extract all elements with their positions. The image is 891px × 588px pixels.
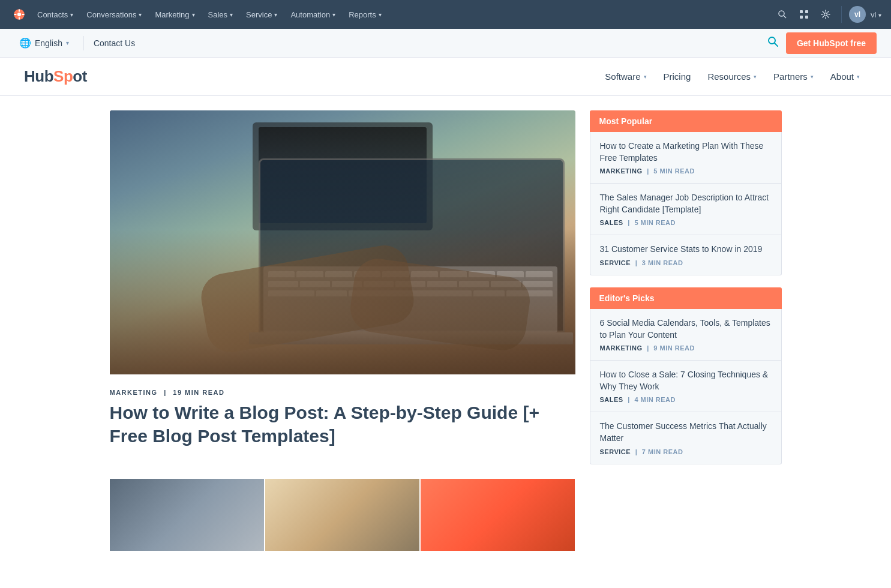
reports-chevron: ▾ — [379, 11, 382, 18]
svg-rect-11 — [805, 16, 808, 19]
svg-rect-8 — [800, 10, 803, 13]
nav-marketing[interactable]: Marketing ▾ — [149, 7, 200, 23]
top-nav-icons: vl vl ▾ — [774, 6, 881, 23]
utility-bar: 🌐 English ▾ Contact Us Get HubSpot free — [0, 29, 891, 58]
resources-caret: ▾ — [754, 74, 757, 80]
contacts-chevron: ▾ — [70, 11, 73, 18]
popular-item-1-title: How to Create a Marketing Plan With Thes… — [600, 140, 772, 164]
marketplace-button[interactable] — [796, 6, 812, 23]
editors-item-3-title: The Customer Success Metrics That Actual… — [600, 421, 772, 444]
utility-right: Get HubSpot free — [767, 32, 877, 54]
main-content: MARKETING | 19 MIN READ How to Write a B… — [110, 110, 575, 551]
most-popular-section: Most Popular How to Create a Marketing P… — [590, 110, 782, 275]
language-selector[interactable]: 🌐 English ▾ — [14, 34, 74, 52]
automation-chevron: ▾ — [332, 11, 335, 18]
user-chevron: ▾ — [878, 12, 881, 19]
svg-rect-9 — [805, 10, 808, 13]
editors-item-1-title: 6 Social Media Calendars, Tools, & Templ… — [600, 317, 772, 341]
most-popular-item-3[interactable]: 31 Customer Service Stats to Know in 201… — [590, 235, 782, 275]
nav-conversations[interactable]: Conversations ▾ — [80, 7, 148, 23]
svg-rect-10 — [800, 16, 803, 19]
popular-item-1-meta: MARKETING | 5 MIN READ — [600, 167, 772, 175]
svg-point-12 — [824, 13, 827, 16]
svg-point-6 — [779, 11, 784, 16]
hubspot-logo[interactable]: HubSpot — [24, 67, 87, 86]
hero-image — [110, 110, 575, 374]
popular-item-2-meta: SALES | 5 MIN READ — [600, 219, 772, 226]
hubspot-sprocket-icon[interactable] — [10, 5, 29, 24]
hero-category: MARKETING | 19 MIN READ — [110, 389, 575, 396]
svg-line-7 — [784, 16, 786, 18]
hero-title[interactable]: How to Write a Blog Post: A Step-by-Step… — [110, 401, 575, 448]
marketing-chevron: ▾ — [192, 11, 195, 18]
user-name[interactable]: vl ▾ — [871, 10, 881, 19]
nav-pricing[interactable]: Pricing — [656, 67, 698, 86]
main-nav-items: Software ▾ Pricing Resources ▾ Partners … — [598, 67, 867, 86]
sales-chevron: ▾ — [230, 11, 233, 18]
editors-item-2-title: How to Close a Sale: 7 Closing Technique… — [600, 369, 772, 392]
nav-sales[interactable]: Sales ▾ — [202, 7, 239, 23]
editors-pick-item-1[interactable]: 6 Social Media Calendars, Tools, & Templ… — [590, 309, 782, 361]
nav-reports[interactable]: Reports ▾ — [343, 7, 388, 23]
utility-search-icon[interactable] — [767, 35, 779, 50]
editors-picks-section: Editor's Picks 6 Social Media Calendars,… — [590, 287, 782, 464]
globe-icon: 🌐 — [19, 37, 31, 49]
search-button[interactable] — [774, 6, 791, 23]
bottom-thumb-3[interactable] — [421, 479, 575, 551]
svg-rect-5 — [22, 14, 24, 15]
popular-item-2-title: The Sales Manager Job Description to Att… — [600, 192, 772, 215]
hero-text: MARKETING | 19 MIN READ How to Write a B… — [110, 374, 575, 464]
nav-divider — [841, 6, 842, 23]
settings-button[interactable] — [817, 6, 834, 23]
nav-software[interactable]: Software ▾ — [598, 67, 653, 86]
popular-item-3-title: 31 Customer Service Stats to Know in 201… — [600, 244, 772, 256]
editors-item-2-meta: SALES | 4 MIN READ — [600, 396, 772, 403]
utility-divider — [83, 36, 84, 50]
language-label: English — [35, 38, 62, 48]
nav-contacts[interactable]: Contacts ▾ — [31, 7, 79, 23]
about-caret: ▾ — [857, 74, 860, 80]
svg-point-1 — [17, 13, 21, 16]
software-caret: ▾ — [644, 74, 647, 80]
sidebar: Most Popular How to Create a Marketing P… — [590, 110, 782, 551]
nav-partners[interactable]: Partners ▾ — [766, 67, 821, 86]
conversations-chevron: ▾ — [139, 11, 142, 18]
svg-line-14 — [775, 43, 778, 46]
contact-us-link[interactable]: Contact Us — [94, 38, 135, 48]
nav-automation[interactable]: Automation ▾ — [284, 7, 341, 23]
most-popular-header: Most Popular — [590, 110, 782, 132]
editors-item-3-meta: SERVICE | 7 MIN READ — [600, 448, 772, 455]
lang-chevron: ▾ — [66, 40, 69, 46]
top-nav-bar: Contacts ▾ Conversations ▾ Marketing ▾ S… — [0, 0, 891, 29]
top-nav-items: Contacts ▾ Conversations ▾ Marketing ▾ S… — [31, 7, 772, 23]
bottom-articles — [110, 479, 575, 551]
partners-caret: ▾ — [811, 74, 814, 80]
nav-about[interactable]: About ▾ — [823, 67, 867, 86]
bottom-thumb-2[interactable] — [265, 479, 419, 551]
svg-rect-2 — [19, 9, 20, 11]
get-hubspot-button[interactable]: Get HubSpot free — [786, 32, 877, 54]
editors-pick-item-2[interactable]: How to Close a Sale: 7 Closing Technique… — [590, 361, 782, 412]
main-nav: HubSpot Software ▾ Pricing Resources ▾ P… — [0, 58, 891, 96]
most-popular-item-2[interactable]: The Sales Manager Job Description to Att… — [590, 184, 782, 235]
nav-resources[interactable]: Resources ▾ — [700, 67, 764, 86]
editors-item-1-meta: MARKETING | 9 MIN READ — [600, 344, 772, 352]
svg-rect-3 — [19, 17, 20, 19]
editors-picks-header: Editor's Picks — [590, 287, 782, 309]
service-chevron: ▾ — [274, 11, 277, 18]
avatar[interactable]: vl — [849, 6, 866, 23]
nav-service[interactable]: Service ▾ — [240, 7, 283, 23]
most-popular-item-1[interactable]: How to Create a Marketing Plan With Thes… — [590, 132, 782, 184]
content-area: MARKETING | 19 MIN READ How to Write a B… — [86, 96, 806, 565]
svg-rect-4 — [14, 14, 16, 15]
editors-pick-item-3[interactable]: The Customer Success Metrics That Actual… — [590, 412, 782, 464]
popular-item-3-meta: SERVICE | 3 MIN READ — [600, 259, 772, 266]
bottom-thumb-1[interactable] — [110, 479, 264, 551]
brand-wordmark: HubSpot — [24, 67, 87, 86]
hero-article[interactable]: MARKETING | 19 MIN READ How to Write a B… — [110, 110, 575, 464]
